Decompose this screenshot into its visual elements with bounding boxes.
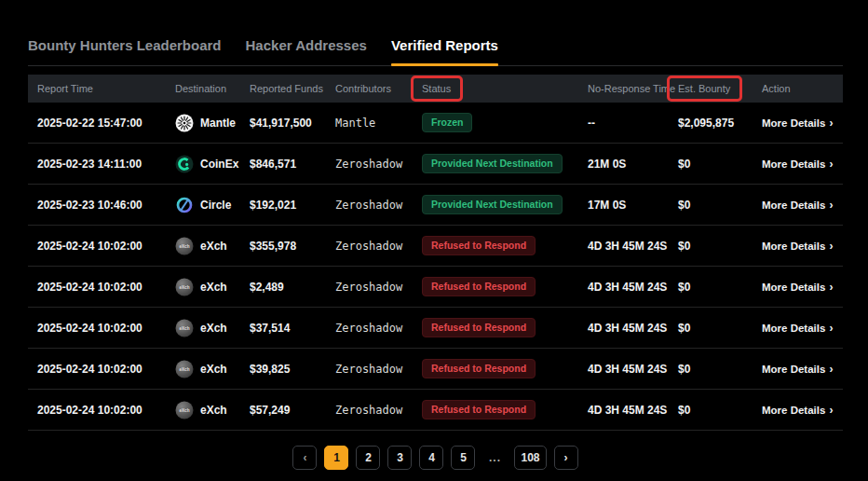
reported-funds-cell: $41,917,500: [240, 117, 326, 130]
est-bounty-cell: $0: [669, 363, 753, 376]
table-row: 2025-02-22 15:47:00 Mantle $41,917,500 M…: [28, 103, 843, 144]
tab-bar: Bounty Hunters Leaderboard Hacker Addres…: [28, 0, 843, 66]
action-cell: More Details ›: [753, 117, 843, 130]
pagination-page-3[interactable]: 3: [387, 446, 412, 470]
pagination-page-5[interactable]: 5: [451, 446, 475, 470]
table-header-row: Report Time Destination Reported Funds C…: [28, 75, 843, 103]
no-response-time-cell: 4D 3H 45M 24S: [578, 322, 669, 335]
contributors-cell: Zeroshadow: [326, 281, 413, 294]
est-bounty-cell: $0: [669, 240, 753, 253]
more-details-label: More Details: [762, 323, 825, 334]
more-details-label: More Details: [762, 282, 825, 293]
more-details-label: More Details: [762, 158, 825, 170]
more-details-link[interactable]: More Details ›: [762, 282, 833, 293]
table-row: 2025-02-23 10:46:00 Circle $192,021 Zero…: [28, 185, 843, 226]
report-time-cell: 2025-02-24 10:02:00: [28, 322, 166, 335]
report-time-cell: 2025-02-24 10:02:00: [28, 363, 166, 376]
exch-icon: eXch: [175, 360, 194, 378]
status-badge: Refused to Respond: [422, 400, 536, 419]
reported-funds-cell: $355,978: [240, 240, 326, 253]
more-details-link[interactable]: More Details ›: [762, 405, 833, 416]
status-cell: Provided Next Destination: [413, 154, 578, 173]
pagination-prev-button[interactable]: ‹: [292, 446, 317, 470]
table-row: 2025-02-23 14:11:00 CoinEx $846,571 Zero…: [28, 144, 843, 185]
no-response-time-cell: 17M 0S: [578, 199, 669, 212]
destination-cell: Mantle: [166, 114, 240, 132]
status-badge: Frozen: [422, 113, 472, 132]
destination-name: eXch: [200, 363, 227, 376]
chevron-right-icon: ›: [829, 364, 833, 375]
no-response-time-cell: --: [578, 117, 669, 130]
svg-text:eXch: eXch: [180, 243, 190, 248]
verified-reports-page: Bounty Hunters Leaderboard Hacker Addres…: [0, 0, 868, 481]
est-bounty-cell: $0: [669, 281, 753, 294]
report-time-cell: 2025-02-24 10:02:00: [28, 281, 166, 294]
column-header-no-response-time: No-Response Time: [578, 83, 669, 94]
svg-text:eXch: eXch: [180, 325, 190, 330]
column-header-label: Contributors: [335, 83, 391, 94]
report-time-cell: 2025-02-23 10:46:00: [28, 199, 166, 212]
content-area: Bounty Hunters Leaderboard Hacker Addres…: [28, 0, 843, 470]
reported-funds-cell: $2,489: [240, 281, 326, 294]
tab-bounty-hunters-leaderboard[interactable]: Bounty Hunters Leaderboard: [28, 37, 222, 65]
pagination: ‹ 1 2 3 4 5 ... 108 ›: [28, 446, 843, 470]
svg-text:eXch: eXch: [180, 366, 190, 371]
status-badge: Provided Next Destination: [422, 195, 563, 214]
column-header-label: Report Time: [37, 83, 93, 94]
action-cell: More Details ›: [753, 363, 843, 376]
no-response-time-cell: 4D 3H 45M 24S: [578, 281, 669, 294]
status-cell: Refused to Respond: [413, 400, 578, 419]
circle-icon: [175, 196, 194, 214]
destination-name: CoinEx: [200, 158, 238, 171]
contributors-cell: Zeroshadow: [326, 404, 413, 417]
table-row: 2025-02-24 10:02:00 eXch eXch $355,978 Z…: [28, 226, 843, 267]
est-bounty-cell: $0: [669, 158, 753, 171]
est-bounty-cell: $0: [669, 404, 753, 417]
pagination-page-4[interactable]: 4: [419, 446, 443, 470]
no-response-time-cell: 21M 0S: [578, 158, 669, 171]
destination-name: eXch: [200, 404, 227, 417]
contributors-cell: Zeroshadow: [326, 363, 413, 376]
reported-funds-cell: $57,249: [240, 404, 326, 417]
report-time-cell: 2025-02-24 10:02:00: [28, 240, 166, 253]
svg-text:eXch: eXch: [180, 284, 190, 289]
action-cell: More Details ›: [753, 158, 843, 171]
reported-funds-cell: $39,825: [240, 363, 326, 376]
status-cell: Frozen: [413, 113, 578, 132]
tab-hacker-addresses[interactable]: Hacker Addresses: [246, 37, 367, 65]
more-details-label: More Details: [762, 199, 825, 211]
more-details-link[interactable]: More Details ›: [762, 158, 833, 170]
column-header-label: Est. Bounty: [678, 83, 730, 94]
more-details-link[interactable]: More Details ›: [762, 240, 833, 252]
est-bounty-cell: $0: [669, 322, 753, 335]
status-cell: Refused to Respond: [413, 277, 578, 296]
est-bounty-cell: $2,095,875: [669, 117, 753, 130]
status-cell: Refused to Respond: [413, 318, 578, 337]
more-details-link[interactable]: More Details ›: [762, 199, 833, 211]
destination-cell: eXch eXch: [166, 278, 240, 296]
pagination-next-button[interactable]: ›: [554, 446, 578, 470]
report-time-cell: 2025-02-23 14:11:00: [28, 158, 166, 171]
more-details-link[interactable]: More Details ›: [762, 323, 833, 334]
more-details-link[interactable]: More Details ›: [762, 117, 833, 129]
pagination-page-2[interactable]: 2: [356, 446, 380, 470]
destination-name: eXch: [200, 322, 227, 335]
no-response-time-cell: 4D 3H 45M 24S: [578, 240, 669, 253]
destination-cell: eXch eXch: [166, 401, 240, 419]
pagination-page-108[interactable]: 108: [514, 446, 546, 470]
est-bounty-cell: $0: [669, 199, 753, 212]
table-row: 2025-02-24 10:02:00 eXch eXch $57,249 Ze…: [28, 390, 843, 431]
more-details-label: More Details: [762, 405, 825, 416]
no-response-time-cell: 4D 3H 45M 24S: [578, 363, 669, 376]
status-badge: Refused to Respond: [422, 236, 536, 255]
exch-icon: eXch: [175, 319, 194, 337]
action-cell: More Details ›: [753, 322, 843, 335]
pagination-ellipsis: ...: [482, 446, 507, 470]
destination-cell: Circle: [166, 196, 240, 214]
contributors-cell: Zeroshadow: [326, 322, 413, 335]
status-cell: Refused to Respond: [413, 236, 578, 255]
pagination-page-1[interactable]: 1: [324, 446, 348, 470]
more-details-link[interactable]: More Details ›: [762, 364, 833, 375]
tab-verified-reports[interactable]: Verified Reports: [391, 37, 498, 65]
table-row: 2025-02-24 10:02:00 eXch eXch $37,514 Ze…: [28, 308, 843, 349]
